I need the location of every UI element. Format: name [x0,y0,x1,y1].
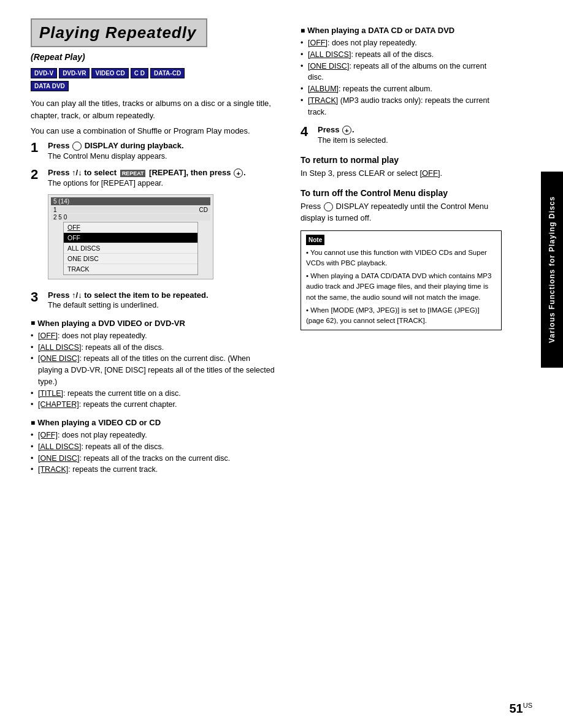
screen-counter: 5 (14) [53,198,69,205]
step-1-number: 1 [31,141,42,154]
datacd-section-header: When playing a DATA CD or DATA DVD [301,26,502,35]
screen-top-bar: 5 (14) [51,197,210,205]
page-title: Playing Repeatedly [39,23,196,42]
datacd-item-1: [OFF]: does not play repeatedly. [301,37,502,49]
screen-track: 1 [53,207,57,213]
step-1-content: Press DISPLAY during playback. The Contr… [48,141,276,162]
display-icon [72,142,82,151]
page-number: 51US [509,702,532,716]
videocd-section-list: [OFF]: does not play repeatedly. [ALL DI… [31,430,276,476]
turnoff-heading: To turn off the Control Menu display [301,188,502,198]
datacd-item-4: [ALBUM]: repeats the current album. [301,83,502,95]
datacd-item-3: [ONE DISC]: repeats all of the albums on… [301,61,502,84]
step-2-title: Press ↑/↓ to select REPEAT [REPEAT], the… [48,168,276,178]
dvd-item-3: [ONE DISC]: repeats all of the titles on… [31,353,276,387]
display-icon-2 [324,202,333,211]
menu-item-alldiscs: ALL DISCS [64,243,197,254]
dvd-section-list: [OFF]: does not play repeatedly. [ALL DI… [31,330,276,411]
note-item-2: • When playing a DATA CD/DATA DVD which … [306,271,496,303]
screen-time: 2 5 0 [53,214,67,221]
menu-item-off2: OFF [64,233,197,243]
dvd-item-4: [TITLE]: repeats the current title on a … [31,388,276,400]
datacd-item-5: [TRACK] (MP3 audio tracks only): repeats… [301,95,502,118]
dvd-section-header: When playing a DVD VIDEO or DVD-VR [31,319,276,328]
vcd-item-3: [ONE DISC]: repeats all of the tracks on… [31,453,276,464]
menu-item-off1: OFF [64,222,197,233]
step-3: 3 Press ↑/↓ to select the item to be rep… [31,290,276,311]
enter-icon: + [234,169,243,178]
intro-line2: You can use a combination of Shuffle or … [31,125,276,137]
step-2-desc: The options for [REPEAT] appear. [48,178,276,189]
datacd-section-list: [OFF]: does not play repeatedly. [ALL DI… [301,37,502,118]
badge-data-cd: DATA-CD [150,68,185,78]
menu-item-track: TRACK [64,264,197,275]
dvd-item-2: [ALL DISCS]: repeats all of the discs. [31,342,276,354]
step-3-title: Press ↑/↓ to select the item to be repea… [48,290,276,300]
left-column: Playing Repeatedly (Repeat Play) DVD-V D… [31,18,294,479]
vcd-item-1: [OFF]: does not play repeatedly. [31,430,276,441]
turnoff-body: Press DISPLAY repeatedly until the Contr… [301,200,502,224]
page-num-value: 51 [509,702,523,715]
screen-cd: CD [199,207,208,213]
sidebar-tab: Various Functions for Playing Discs [541,172,563,368]
menu-item-onedisc: ONE DISC [64,254,197,264]
format-badges-2: DATA DVD [31,81,276,91]
right-column: When playing a DATA CD or DATA DVD [OFF]… [294,18,532,479]
datacd-item-2: [ALL DISCS]: repeats all of the discs. [301,49,502,61]
title-box: Playing Repeatedly [31,18,207,47]
note-label: Note [306,235,324,245]
step-4-number: 4 [301,125,312,138]
intro-line1: You can play all the titles, tracks or a… [31,97,276,121]
step-3-desc: The default setting is underlined. [48,300,276,311]
note-item-1: • You cannot use this function with VIDE… [306,248,496,269]
repeat-icon: REPEAT [120,170,146,177]
badge-video-cd: VIDEO CD [91,68,128,78]
dvd-item-1: [OFF]: does not play repeatedly. [31,330,276,342]
videocd-section-header: When playing a VIDEO CD or CD [31,418,276,427]
return-heading: To return to normal play [301,155,502,165]
badge-data-dvd: DATA DVD [31,81,69,91]
step-2-content: Press ↑/↓ to select REPEAT [REPEAT], the… [48,168,276,284]
subtitle: (Repeat Play) [31,52,276,62]
step-1: 1 Press DISPLAY during playback. The Con… [31,141,276,162]
step-4: 4 Press +. The item is selected. [301,125,502,146]
step-1-title: Press DISPLAY during playback. [48,141,276,151]
badge-cd: C D [131,68,148,78]
page-container: Various Functions for Playing Discs Play… [0,0,563,728]
step-1-desc: The Control Menu display appears. [48,151,276,162]
format-badges: DVD-V DVD-VR VIDEO CD C D DATA-CD [31,68,276,78]
enter-icon-2: + [342,126,351,135]
dvd-item-5: [CHAPTER]: repeats the current chapter. [31,399,276,411]
step-2: 2 Press ↑/↓ to select REPEAT [REPEAT], t… [31,168,276,284]
page-num-suffix: US [523,702,532,709]
screen-row1: 1 CD [51,207,210,213]
step-4-content: Press +. The item is selected. [318,125,502,146]
return-body: In Step 3, press CLEAR or select [OFF]. [301,167,502,180]
badge-dvd-v: DVD-V [31,68,57,78]
note-item-3: • When [MODE (MP3, JPEG)] is set to [IMA… [306,305,496,327]
sidebar-label: Various Functions for Playing Discs [548,196,556,343]
badge-dvd-vr: DVD-VR [59,68,90,78]
step-4-title: Press +. [318,125,502,135]
vcd-item-2: [ALL DISCS]: repeats all of the discs. [31,441,276,453]
screen-row2: 2 5 0 [51,214,210,221]
step-3-content: Press ↑/↓ to select the item to be repea… [48,290,276,311]
vcd-item-4: [TRACK]: repeats the current track. [31,464,276,476]
step-3-number: 3 [31,290,42,304]
step-2-number: 2 [31,168,42,181]
screen-image: 5 (14) 1 CD 2 5 0 OFF OFF [48,194,213,279]
step-4-desc: The item is selected. [318,135,502,146]
note-box: Note • You cannot use this function with… [301,230,502,331]
screen-menu: OFF OFF ALL DISCS ONE DISC TRACK [63,222,198,275]
